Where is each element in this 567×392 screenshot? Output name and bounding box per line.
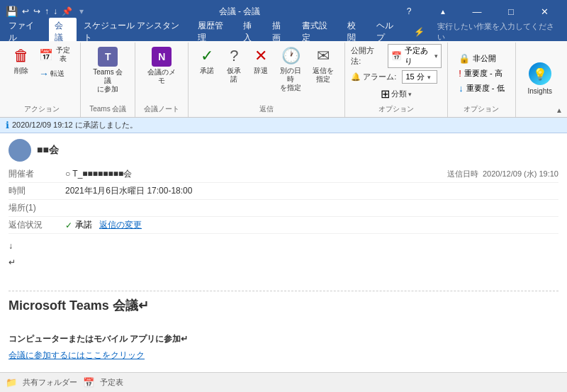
info-bar: ℹ 2020/12/09 19:12 に承諾しました。 [0,118,567,133]
ribbon-group-reply: ✓ 承諾 ? 仮承諾 ✕ 辞退 🕐 別の日時を指定 ✉ 返信を指定 [189,43,345,117]
body-join-link: 会議に参加するにはここをクリック [9,349,558,362]
public-label: 公開方法: [351,45,381,67]
forward-label: 転送 [50,69,64,78]
sender-label: 開催者 [9,168,65,180]
folder-icon: 📁 [6,377,17,388]
ribbon-group-teams: T Teams 会議に参加 Teams 会議 [81,43,135,117]
sent-value: 2020/12/09 (水) 19:10 [483,169,558,179]
time-row: 時間 2021年1月6日水曜日 17:00-18:00 [9,183,558,200]
window-title: 会議 - 会議 [219,6,261,18]
public-dropdown[interactable]: 📅 予定あり ▾ [388,44,442,68]
low-priority-icon: ↓ [459,83,464,94]
ribbon-group-onenote: N 会議のメモ 会議ノート [135,43,189,117]
join-link[interactable]: 会議に参加するにはここをクリック [9,350,145,360]
ribbon-collapse-button[interactable]: ▲ [554,105,564,116]
status-row: 返信状況 ✓ 承諾 返信の変更 [9,217,558,234]
sender-row: 開催者 ○ T_■■■■■■■■会 送信日時 2020/12/09 (水) 19… [9,166,558,183]
forward-button[interactable]: → 転送 [35,66,74,82]
delete-label: 削除 [14,67,28,75]
insights-label: Insights [528,87,552,96]
decline-label: 辞退 [254,67,268,75]
teams-heading: Microsoft Teams 会議↵ [9,296,558,316]
sent-label: 送信日時 [447,169,478,179]
decline-icon: ✕ [254,47,267,65]
redo-icon[interactable]: ↪ [33,6,40,16]
divider-top [9,291,558,291]
onenote-group-label: 会議ノート [141,103,182,114]
onenote-label: 会議のメモ [145,68,178,85]
status-calendar-label: 予定表 [100,377,123,388]
calendar-button[interactable]: 📅 予定表 [35,44,74,65]
reply-group-label: 返信 [194,103,339,114]
menu-lightning[interactable]: ⚡ [408,25,430,39]
ribbon-group-options: 公開方法: 📅 予定あり ▾ 🔔 アラーム: 15 分 ▾ [345,43,448,117]
public-value: 予定あり [405,45,432,67]
teams-icon: T [98,47,118,67]
classify-icon: ⊞ [381,87,390,101]
down-icon[interactable]: ↓ [53,6,57,16]
email-body: ↓ ↵ Microsoft Teams 会議↵ コンピューターまたはモバイル ア… [9,240,558,382]
delete-button[interactable]: 🗑 削除 [9,44,34,78]
ribbon-group-actions: 🗑 削除 📅 予定表 → 転送 アクション [3,43,81,117]
lock-icon: 🔒 [459,53,470,64]
classify-label: 分類 [391,89,407,99]
high-priority-icon: ! [459,68,461,79]
save-icon[interactable]: 💾 [6,6,18,17]
options-group-label: オプション [351,103,442,114]
low-priority-button[interactable]: ↓ 重要度 - 低 [454,82,509,95]
tentative-button[interactable]: ? 仮承諾 [221,44,247,86]
info-text: 2020/12/09 19:12 に承諾しました。 [12,120,137,130]
body-enter: ↵ [9,256,558,269]
calendar-label: 予定表 [55,46,71,63]
forward-icon: → [39,68,49,79]
reply-icon: ✉ [317,47,330,65]
insights-icon: 💡 [529,62,551,85]
email-subject: ■■会 [37,144,59,157]
folder-label: 共有フォルダー [23,377,77,388]
status-change-link[interactable]: 返信の変更 [99,219,142,231]
reschedule-label: 別の日時を指定 [279,67,302,92]
alarm-label: 🔔 アラーム: [351,72,396,82]
high-priority-label: 重要度 - 高 [464,68,503,79]
status-calendar-icon: 📅 [83,377,94,388]
time-label: 時間 [9,185,65,197]
sender-value: ○ T_■■■■■■■■会 [65,168,447,180]
sender-avatar [9,139,31,162]
decline-button[interactable]: ✕ 辞退 [248,44,274,78]
status-bar: 📁 共有フォルダー 📅 予定表 [0,372,567,392]
teams-join-button[interactable]: T Teams 会議に参加 [86,44,129,96]
tentative-icon: ? [230,47,238,65]
status-label: 返信状況 [9,219,65,231]
ribbon: 🗑 削除 📅 予定表 → 転送 アクション [0,41,567,118]
teams-group-label: Teams 会議 [86,103,129,114]
pin-icon[interactable]: 📌 [62,6,72,16]
reschedule-button[interactable]: 🕐 別の日時を指定 [275,44,306,95]
calendar-small-icon: 📅 [391,51,402,61]
delete-icon: 🗑 [13,47,29,65]
tentative-label: 仮承諾 [225,67,242,84]
classify-button[interactable]: ⊞ 分類 ▾ [376,85,417,103]
email-subject-row: ■■会 [9,139,558,162]
high-priority-button[interactable]: ! 重要度 - 高 [454,67,509,80]
time-value: 2021年1月6日水曜日 17:00-18:00 [65,185,558,197]
email-header: ■■会 開催者 ○ T_■■■■■■■■会 送信日時 2020/12/09 (水… [9,139,558,234]
alarm-dropdown[interactable]: 15 分 ▾ [402,70,437,84]
up-icon[interactable]: ↑ [45,6,49,16]
teams-label: Teams 会議に参加 [91,68,125,94]
private-label: 非公開 [473,53,496,64]
status-checkmark: ✓ [65,220,72,230]
accept-icon: ✓ [201,47,213,65]
insights-button[interactable]: 💡 Insights [522,59,558,99]
onenote-icon: N [152,47,172,67]
actions-group-label: アクション [9,103,74,114]
reply-button[interactable]: ✉ 返信を指定 [308,44,339,86]
private-button[interactable]: 🔒 非公開 [454,52,509,65]
accept-label: 承諾 [200,67,214,75]
location-row: 場所(1) [9,200,558,217]
location-label: 場所(1) [9,202,65,214]
undo-icon[interactable]: ↩ [22,6,29,16]
onenote-button[interactable]: N 会議のメモ [141,44,182,88]
reply-label: 返信を指定 [313,67,334,84]
accept-button[interactable]: ✓ 承諾 [194,44,220,78]
ribbon-group-tags: 🔒 非公開 ! 重要度 - 高 ↓ 重要度 - 低 オプション [448,43,515,117]
